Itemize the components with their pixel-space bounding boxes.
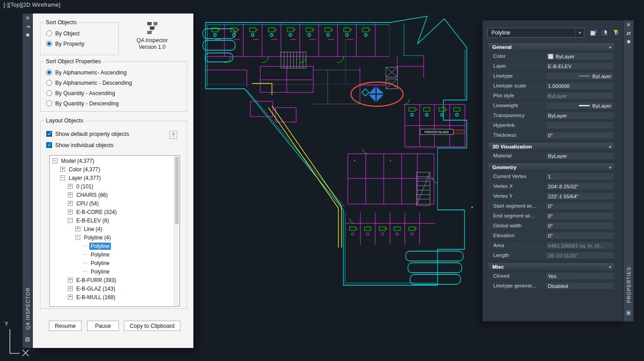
tree-item[interactable]: +0 (101) — [50, 182, 174, 191]
tree-item-label[interactable]: E-B-MULL (168) — [75, 294, 117, 301]
auto-hide-pin-icon[interactable]: ⇥ — [23, 22, 32, 31]
tree-item-label[interactable]: CPU (54) — [75, 200, 100, 207]
tree-item-label[interactable]: Line (4) — [83, 226, 104, 233]
chevron-down-icon[interactable]: ▾ — [609, 144, 611, 149]
tree-item[interactable]: +CPU (54) — [50, 199, 174, 208]
tree-item-label[interactable]: E-B-FURR (393) — [75, 277, 118, 284]
scrollbar-thumb[interactable] — [175, 157, 179, 224]
tree-item-label[interactable]: E-B-ELEV (8) — [75, 217, 110, 224]
radio-icon[interactable] — [46, 30, 52, 36]
doc-icon[interactable]: ▤ — [23, 336, 32, 342]
tree-item-label[interactable]: Layer (4,377) — [67, 174, 102, 182]
expand-icon[interactable]: + — [68, 201, 73, 206]
tree-item[interactable]: −E-B-ELEV (8) — [50, 216, 174, 225]
property-value[interactable]: 1.000000 — [545, 82, 614, 90]
property-value[interactable]: 204'-8 25/32" — [545, 183, 614, 190]
toggle-pickadd-button[interactable] — [589, 28, 598, 37]
tree-item-label[interactable]: Model (4,377) — [60, 157, 96, 165]
collapse-icon[interactable]: − — [60, 175, 65, 180]
radio-icon[interactable] — [46, 100, 52, 106]
radio-option[interactable]: By Quantity - Descending — [40, 98, 187, 109]
tree-item[interactable]: Polyline — [50, 259, 174, 267]
tree-item[interactable]: +E-B-CORE (324) — [50, 208, 174, 216]
radio-option[interactable]: By Alphanumeric- Ascending — [40, 67, 187, 78]
object-type-dropdown[interactable]: Polyline ▾ — [487, 28, 584, 38]
resume-button[interactable]: Resume — [49, 321, 82, 331]
property-value[interactable]: ByLayer — [545, 52, 614, 60]
expand-icon[interactable]: + — [68, 209, 73, 214]
tree-item-label[interactable]: Polyline — [89, 243, 111, 250]
selected-polyline-grip[interactable] — [368, 86, 384, 102]
tree-item[interactable]: −Model (4,377) — [50, 157, 174, 165]
property-value[interactable]: 0" — [545, 131, 614, 139]
chevron-down-icon[interactable]: ▾ — [609, 165, 611, 170]
copy-to-clipboard-button[interactable]: Copy to Clipboard — [124, 321, 180, 331]
property-value[interactable]: 0" — [545, 222, 614, 230]
quick-select-button[interactable] — [611, 28, 621, 37]
tree-item[interactable]: +E-B-GLAZ (143) — [50, 284, 174, 293]
expand-icon[interactable]: + — [68, 278, 73, 283]
collapse-icon[interactable]: − — [75, 235, 80, 240]
palette-settings-icon[interactable]: ✱ — [23, 31, 32, 39]
tree-item[interactable]: +Color (4,377) — [50, 165, 174, 174]
expand-icon[interactable]: + — [68, 184, 73, 189]
palette-settings-icon[interactable]: ✱ — [624, 38, 633, 46]
expand-icon[interactable]: + — [68, 192, 73, 197]
close-icon[interactable]: ✕ — [23, 14, 32, 22]
collapse-icon[interactable]: − — [68, 218, 73, 223]
checkbox-option[interactable]: Show default property objects — [40, 128, 187, 139]
tree-item[interactable]: +CHAIRS (66) — [50, 191, 174, 199]
pause-button[interactable]: Pause — [87, 321, 119, 331]
property-value[interactable]: ByLayer — [545, 72, 614, 80]
close-icon[interactable]: ✕ — [624, 21, 633, 29]
property-value[interactable]: 1 — [545, 173, 614, 180]
property-value[interactable]: Disabled — [545, 282, 614, 290]
property-value[interactable]: ByLayer — [545, 112, 614, 119]
viewport-view-control[interactable]: [Top] — [9, 2, 22, 8]
chevron-down-icon[interactable]: ▾ — [609, 45, 611, 50]
tree-item[interactable]: Polyline — [50, 267, 174, 276]
expand-icon[interactable]: + — [68, 295, 73, 300]
radio-icon[interactable] — [46, 70, 52, 75]
tree-item-label[interactable]: Polyline — [89, 268, 111, 275]
property-value[interactable] — [545, 122, 614, 129]
radio-option[interactable]: By Object — [40, 28, 118, 39]
tree-item[interactable]: Polyline — [50, 250, 174, 259]
checkbox-option[interactable]: Show individual objects — [40, 139, 187, 151]
radio-option[interactable]: By Quantity - Ascending — [40, 88, 187, 98]
tree-item-label[interactable]: E-B-GLAZ (143) — [75, 285, 117, 292]
chevron-down-icon[interactable]: ▾ — [609, 265, 611, 270]
collapse-icon[interactable]: − — [53, 158, 57, 163]
property-value[interactable]: 222'-1 55/64" — [545, 192, 614, 200]
tree-item[interactable]: +E-B-FURR (393) — [50, 276, 174, 284]
section-header-misc[interactable]: Misc▾ — [488, 262, 615, 271]
section-header-geometry[interactable]: Geometry▾ — [488, 163, 615, 172]
radio-option[interactable]: By Property — [40, 39, 118, 49]
tree-item-label[interactable]: Polyline — [89, 251, 111, 258]
tree-item-label[interactable]: Polyline — [89, 260, 111, 267]
radio-icon[interactable] — [46, 41, 52, 47]
radio-icon[interactable] — [46, 90, 52, 96]
radio-icon[interactable] — [46, 80, 52, 86]
select-objects-button[interactable] — [600, 28, 609, 37]
tree-item-label[interactable]: CHAIRS (66) — [75, 191, 109, 199]
properties-titlebar[interactable]: ✕ ⇄ ✱ PROPERTIES ▣ — [623, 20, 634, 322]
expand-icon[interactable]: + — [60, 167, 65, 172]
tree-item[interactable]: −Layer (4,377) — [50, 174, 174, 182]
monitor-icon[interactable]: ▣ — [624, 309, 633, 316]
tree-item-label[interactable]: Color (4,377) — [67, 166, 101, 173]
tree-item[interactable]: +Line (4) — [50, 225, 174, 233]
property-value[interactable]: E-B-ELEV — [545, 62, 614, 70]
checkbox-icon[interactable] — [46, 142, 52, 148]
qa-inspector-titlebar[interactable]: ✕ ⇥ ✱ QA INSPECTOR ▤ — [22, 13, 33, 348]
help-button[interactable]: ? — [169, 131, 177, 139]
property-value[interactable]: 0" — [545, 212, 614, 220]
expand-icon[interactable]: + — [68, 286, 73, 291]
tree-item[interactable]: Polyline — [50, 242, 174, 250]
tree-item[interactable]: +E-B-MULL (168) — [50, 293, 174, 301]
auto-hide-pin-icon[interactable]: ⇄ — [624, 29, 633, 38]
property-value[interactable]: ByLayer — [545, 152, 614, 160]
expand-icon[interactable]: + — [75, 226, 80, 231]
radio-option[interactable]: By Alphanumeric - Descending — [40, 78, 187, 88]
tree-scrollbar[interactable] — [174, 156, 180, 306]
